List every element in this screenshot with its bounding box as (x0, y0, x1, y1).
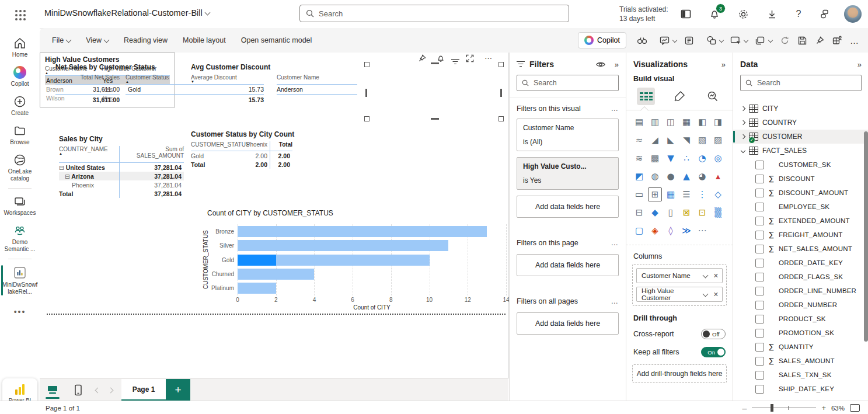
column-header[interactable]: Phoenix (245, 141, 270, 151)
zoom-slider[interactable] (752, 408, 816, 409)
viz-icon-report-visual[interactable]: ▯ (664, 206, 678, 220)
user-avatar[interactable] (844, 5, 862, 23)
matrix-row-label[interactable]: Gold (191, 151, 245, 160)
viz-icon-line-stacked-column-chart[interactable]: ▧ (695, 133, 709, 147)
viz-icon-script-visual[interactable]: ▢ (632, 224, 646, 238)
viz-icon-paginated-report[interactable]: ⊟ (632, 206, 646, 220)
matrix-row-value[interactable]: 37,281.04 (120, 180, 184, 189)
field-chip-high-value-customer[interactable]: High Value Customer ✕ (636, 287, 723, 302)
viz-icon-clustered-bar-chart[interactable]: ◫ (664, 115, 678, 129)
side-pane-toggle-button[interactable] (679, 7, 693, 21)
bar-bronze[interactable] (238, 226, 487, 237)
chevron-right-icon[interactable] (741, 120, 745, 125)
field-checkbox[interactable] (755, 329, 764, 338)
field-checkbox[interactable] (755, 287, 764, 295)
chevron-down-icon[interactable] (719, 38, 724, 43)
menu-view[interactable]: View (78, 28, 116, 53)
page-tab-page1[interactable]: Page 1 (121, 379, 166, 401)
report-title-menu[interactable]: MiniDwSnowflakeRelational-Customer-Bill (44, 8, 210, 18)
resize-handle[interactable] (364, 116, 369, 121)
field-checkbox[interactable] (755, 385, 764, 394)
chevron-down-icon[interactable] (768, 38, 773, 43)
menu-mobile-layout[interactable]: Mobile layout (175, 28, 233, 53)
field-item-quantity[interactable]: ∑QUANTITY (733, 340, 868, 354)
menu-file[interactable]: File (44, 28, 78, 53)
collapse-pane-icon[interactable]: » (721, 60, 726, 69)
download-button[interactable] (765, 7, 779, 21)
field-item-promotion_sk[interactable]: PROMOTION_SK (733, 326, 868, 340)
matrix-row-value[interactable]: 2.00 (245, 151, 270, 160)
viz-icon-arcgis-map[interactable]: ◈ (648, 224, 662, 238)
resize-handle[interactable] (365, 89, 367, 97)
field-item-extended_amount[interactable]: ∑EXTENDED_AMOUNT (733, 214, 868, 228)
teams-share-icon[interactable] (829, 32, 845, 48)
chevron-right-icon[interactable] (741, 106, 745, 111)
field-item-sales_amount[interactable]: ∑SALES_AMOUNT (733, 354, 868, 368)
fit-to-page-icon[interactable] (850, 404, 860, 412)
bar-platinum[interactable] (238, 283, 276, 294)
field-checkbox[interactable] (755, 301, 764, 309)
viz-icon-slicer[interactable]: ▭ (632, 187, 646, 201)
column-header[interactable]: Customer Name (277, 74, 357, 85)
field-checkbox[interactable] (755, 273, 764, 281)
matrix-row-value[interactable]: 37,281.04 (120, 163, 184, 172)
matrix-row-value[interactable]: 37,281.04 (120, 172, 184, 180)
column-header[interactable]: Total Net Sales (55, 74, 120, 85)
field-item-order_number[interactable]: ORDER_NUMBER (733, 298, 868, 312)
web-view-button[interactable] (40, 379, 65, 401)
viz-icon-funnel-chart[interactable]: ▼ (664, 151, 678, 165)
zoom-slider-thumb[interactable] (771, 404, 773, 412)
viz-icon-smart-narrative[interactable]: ☰ (679, 187, 693, 201)
viz-icon-filled-map[interactable]: ● (664, 169, 678, 183)
viz-icon-stacked-area-chart[interactable]: ◣ (664, 133, 678, 147)
more-options-icon[interactable]: … (611, 297, 619, 305)
filters-search-input[interactable]: Search (517, 75, 619, 91)
viz-icon-qa-visual[interactable]: ◇ (711, 187, 725, 201)
find-icon[interactable] (635, 32, 650, 48)
field-checkbox[interactable] (755, 189, 764, 197)
field-item-discount[interactable]: ∑DISCOUNT (733, 172, 868, 186)
tab-build-visual[interactable] (637, 88, 655, 105)
more-options-icon[interactable]: … (611, 239, 619, 247)
viz-icon-more-visuals[interactable]: ⋯ (695, 224, 709, 238)
field-item-customer_sk[interactable]: CUSTOMER_SK (733, 158, 868, 172)
chart-plot-area[interactable] (238, 224, 506, 295)
viz-icon-kpi[interactable]: ▴ (711, 169, 725, 183)
nav-demo-semantic[interactable]: Demo Semantic ... (0, 220, 40, 256)
table-item-country[interactable]: COUNTRY (733, 116, 868, 130)
collapse-pane-icon[interactable]: » (615, 60, 619, 69)
field-item-sales_txn_sk[interactable]: SALES_TXN_SK (733, 368, 868, 382)
menu-reading-view[interactable]: Reading view (116, 28, 175, 53)
mobile-view-button[interactable] (65, 379, 91, 401)
chevron-down-icon[interactable] (741, 148, 745, 153)
eye-icon[interactable] (596, 61, 605, 68)
table-item-customer[interactable]: CUSTOMER ✓ (733, 130, 868, 144)
nav-more[interactable]: ••• (14, 307, 26, 316)
add-fields-dropzone[interactable]: Add data fields here (517, 254, 619, 276)
viz-icon-treemap[interactable]: ◩ (632, 169, 646, 183)
column-header[interactable]: COUNTRY_NAME▲ (59, 146, 120, 163)
column-header[interactable]: Average Discount▼ (191, 74, 264, 85)
nav-create[interactable]: Create (0, 91, 40, 120)
alert-icon[interactable] (437, 54, 445, 62)
chat-visual-icon[interactable] (657, 32, 672, 48)
chevron-down-icon[interactable] (702, 291, 708, 297)
save-icon[interactable] (794, 32, 810, 48)
filter-card-high-value[interactable]: High Value Custo... is Yes (517, 157, 619, 190)
next-page-arrow[interactable] (104, 379, 117, 401)
viz-icon-100-stacked-bar-chart[interactable]: ◧ (695, 115, 709, 129)
viz-icon-image[interactable]: ▒ (711, 206, 725, 220)
bar-silver[interactable] (238, 240, 448, 251)
viz-icon-gauge[interactable]: ◕ (695, 169, 709, 183)
matrix-row-label[interactable]: ⊟ Arizona (59, 172, 120, 180)
field-checkbox[interactable] (755, 203, 764, 211)
visual-sales-by-city-matrix[interactable]: Sales by City COUNTRY_NAME▲ Sum of SALES… (59, 135, 186, 198)
field-item-ship_date_key[interactable]: SHIP_DATE_KEY (733, 382, 868, 396)
matrix-row-label[interactable]: ⊟ United States (59, 163, 120, 172)
nav-current-report[interactable]: MiniDwSnowflakeRel... (0, 262, 40, 299)
report-canvas[interactable]: Net Sales by Customer Status Total Net S… (40, 53, 509, 378)
visual-avg-discount-table[interactable]: Avg Customer Discount Average Discount▼ … (191, 63, 357, 105)
viz-icon-metrics[interactable]: ◆ (648, 206, 662, 220)
viz-icon-ribbon-chart[interactable]: ≋ (632, 151, 646, 165)
tab-analytics[interactable] (704, 88, 722, 105)
